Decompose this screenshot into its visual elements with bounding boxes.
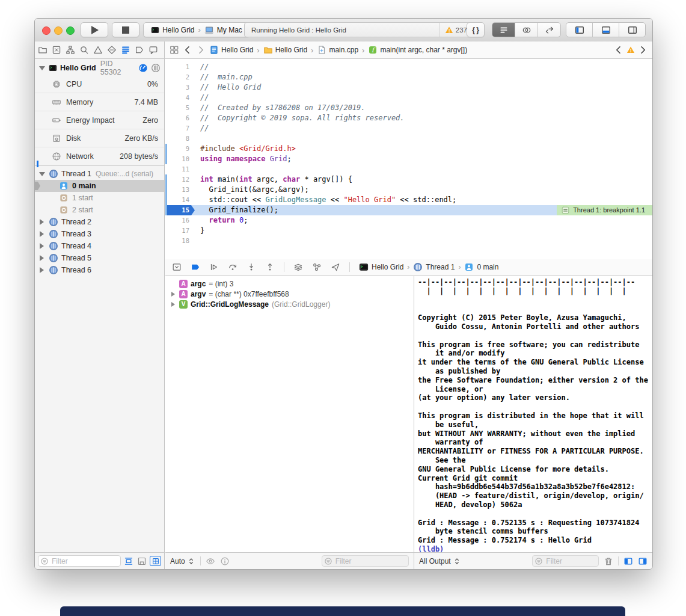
- disclosure-triangle-icon[interactable]: [39, 66, 45, 70]
- line-number[interactable]: 3: [167, 82, 195, 93]
- debug-console[interactable]: --|--|--|--|--|--|--|--|--|--|--|--|--|-…: [414, 276, 652, 552]
- minimize-window-button[interactable]: [54, 26, 63, 35]
- line-number[interactable]: 7: [167, 123, 195, 134]
- line-number[interactable]: 4: [167, 93, 195, 103]
- back-icon[interactable]: [183, 45, 192, 55]
- jump-bar[interactable]: Hello Grid›Hello Grid›main.cpp›fmain(int…: [165, 42, 652, 58]
- navigator-tab-search[interactable]: [79, 45, 89, 55]
- assistant-editor-button[interactable]: [515, 23, 538, 37]
- disclosure-triangle-icon[interactable]: [170, 290, 176, 298]
- variables-view[interactable]: Aargc= (int) 3Aargv= (char **) 0x7ffeefb…: [165, 276, 414, 552]
- process-row[interactable]: Hello Grid PID 55302: [35, 59, 164, 75]
- previous-issue-icon[interactable]: [614, 45, 623, 55]
- navigator-tab-reports[interactable]: [149, 45, 158, 55]
- line-number[interactable]: 2: [167, 72, 195, 82]
- thread-row[interactable]: Thread 4: [35, 240, 164, 252]
- step-out-icon[interactable]: [265, 262, 275, 272]
- step-into-icon[interactable]: [247, 262, 256, 272]
- console-scope-popup[interactable]: All Output: [419, 557, 461, 565]
- thread-row[interactable]: Thread 6: [35, 264, 164, 276]
- line-number[interactable]: 13: [167, 185, 195, 195]
- breakpoints-toggle-icon[interactable]: [191, 262, 200, 272]
- maximize-window-button[interactable]: [66, 26, 75, 35]
- toggle-console-pane-icon[interactable]: [638, 556, 648, 566]
- navigator-tab-issues[interactable]: [93, 45, 103, 55]
- stack-frame-row[interactable]: 2 start: [35, 204, 164, 216]
- library-button[interactable]: { }: [467, 22, 485, 37]
- thread-row[interactable]: Thread 3: [35, 228, 164, 240]
- close-window-button[interactable]: [42, 26, 51, 35]
- memory-graph-icon[interactable]: [312, 262, 322, 272]
- navigator-filter-field[interactable]: [38, 555, 121, 567]
- thread-row[interactable]: Thread 2: [35, 216, 164, 228]
- warning-icon[interactable]: [626, 46, 635, 54]
- line-number[interactable]: 17: [167, 226, 195, 236]
- gauge-row-memory[interactable]: Memory7.4 MB: [35, 93, 164, 111]
- toggle-navigator-button[interactable]: [566, 23, 593, 37]
- jumpbar-item[interactable]: fmain(int argc, char * argv[]): [368, 45, 467, 55]
- line-number[interactable]: 9: [167, 144, 195, 154]
- line-number[interactable]: 11: [167, 164, 195, 174]
- hide-debug-area-icon[interactable]: [172, 262, 182, 272]
- toggle-variables-pane-icon[interactable]: [623, 556, 633, 566]
- navigator-filter-input[interactable]: [51, 556, 118, 566]
- disclosure-triangle-icon[interactable]: [40, 243, 44, 249]
- gauge-view-icon[interactable]: [138, 63, 148, 73]
- thread-row[interactable]: Thread 1Queue:...d (serial): [35, 168, 164, 180]
- variable-row[interactable]: VGrid::GridLogMessage(Grid::GridLogger): [165, 299, 414, 309]
- view-hierarchy-icon[interactable]: [293, 262, 303, 272]
- line-number[interactable]: 10: [167, 154, 195, 164]
- navigator-tab-debug[interactable]: [121, 45, 130, 55]
- variable-row[interactable]: Aargc= (int) 3: [165, 279, 414, 289]
- debug-crumb[interactable]: Thread 1: [413, 262, 455, 272]
- breakpoint-annotation[interactable]: Thread 1: breakpoint 1.1: [557, 205, 652, 215]
- debug-crumb[interactable]: Hello Grid: [359, 262, 403, 272]
- show-crashed-threads-icon[interactable]: [136, 556, 147, 566]
- variables-filter-field[interactable]: [322, 555, 409, 567]
- source-editor[interactable]: 1//2// main.cpp3// Hello Grid4//5// Crea…: [165, 59, 652, 259]
- line-number[interactable]: 14: [167, 195, 195, 205]
- navigator-tab-symbols[interactable]: [66, 45, 75, 55]
- gauge-row-cpu[interactable]: CPU0%: [35, 75, 164, 93]
- thread-row[interactable]: Thread 5: [35, 252, 164, 264]
- show-running-blocks-icon[interactable]: [123, 556, 134, 566]
- variable-row[interactable]: Aargv= (char **) 0x7ffeefbff568: [165, 289, 414, 299]
- stack-frame-row[interactable]: 1 start: [35, 192, 164, 204]
- gauge-row-network[interactable]: Network208 bytes/s: [35, 147, 164, 165]
- version-editor-button[interactable]: [538, 23, 560, 37]
- line-number[interactable]: 18: [167, 236, 195, 246]
- step-over-icon[interactable]: [228, 262, 237, 272]
- gauge-row-energy[interactable]: Energy ImpactZero: [35, 111, 164, 129]
- jumpbar-item[interactable]: Hello Grid: [263, 45, 307, 55]
- simulate-location-icon[interactable]: [331, 262, 340, 272]
- related-items-icon[interactable]: [170, 45, 179, 55]
- line-number[interactable]: 8: [167, 134, 195, 144]
- line-number[interactable]: 1: [167, 62, 195, 72]
- next-issue-icon[interactable]: [638, 45, 648, 55]
- show-only-interesting-frames-icon[interactable]: [150, 556, 161, 566]
- stack-frame-row[interactable]: 0 main: [35, 180, 164, 192]
- line-number[interactable]: 6: [167, 113, 195, 123]
- jumpbar-item[interactable]: Hello Grid: [209, 45, 253, 55]
- info-icon[interactable]: [220, 556, 230, 566]
- standard-editor-button[interactable]: [492, 23, 515, 37]
- toggle-inspector-button[interactable]: [619, 23, 645, 37]
- navigator-tab-breakpoints[interactable]: [135, 45, 144, 55]
- disclosure-triangle-icon[interactable]: [40, 267, 44, 273]
- navigator-tab-source-control[interactable]: [52, 45, 61, 55]
- line-number[interactable]: 5: [167, 103, 195, 113]
- console-filter-field[interactable]: [532, 555, 599, 567]
- scheme-selector[interactable]: Hello Grid › My Mac: [143, 22, 250, 37]
- clear-console-trash-icon[interactable]: [604, 556, 613, 566]
- breakpoint-line-number[interactable]: 15: [167, 205, 195, 215]
- navigator-tab-project[interactable]: [38, 45, 47, 55]
- line-number[interactable]: 16: [167, 215, 195, 226]
- console-filter-input[interactable]: [545, 556, 596, 566]
- disclosure-triangle-icon[interactable]: [39, 172, 45, 176]
- quicklook-eye-icon[interactable]: [206, 556, 215, 566]
- toggle-debug-area-button[interactable]: [593, 23, 619, 37]
- stop-button[interactable]: [112, 22, 139, 37]
- navigator-tab-tests[interactable]: [107, 45, 117, 55]
- disclosure-triangle-icon[interactable]: [40, 231, 44, 237]
- thread-view-icon[interactable]: [151, 63, 161, 73]
